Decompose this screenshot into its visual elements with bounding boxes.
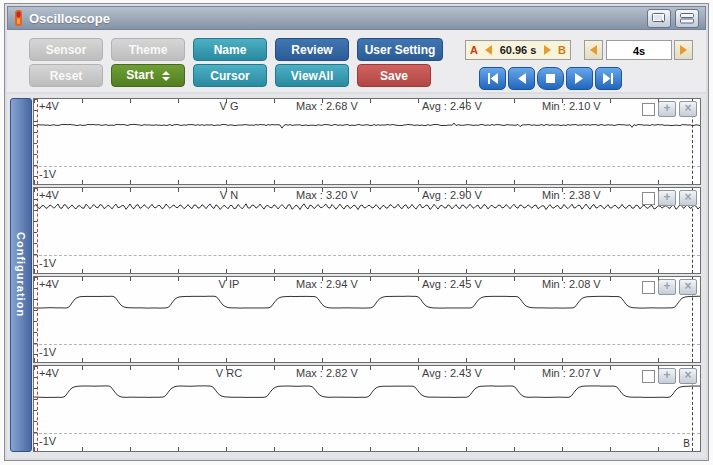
avg-value: Avg : 2.46 V (422, 100, 482, 112)
bottom-voltage-label: -1V (39, 435, 56, 447)
channel-checkbox[interactable] (642, 281, 655, 294)
channel-checkbox[interactable] (642, 192, 655, 205)
avg-value: Avg : 2.43 V (422, 367, 482, 379)
channel-panels: +4V V G Max : 2.68 V Avg : 2.46 V Min : … (33, 98, 701, 452)
close-icon[interactable]: × (679, 368, 697, 384)
bottom-voltage-label: -1V (39, 168, 56, 180)
max-value: Max : 2.68 V (296, 100, 358, 112)
plus-icon[interactable]: + (658, 368, 676, 384)
right-triangle-icon[interactable] (544, 45, 551, 55)
skip-start-icon[interactable] (479, 67, 506, 90)
zero-volt-gridline (34, 255, 700, 256)
playback-controls (479, 67, 622, 90)
top-voltage-label: +4V (39, 189, 59, 201)
screenshot-stage: Oscilloscope Sensor Theme Name Review Us… (0, 0, 713, 465)
close-icon[interactable]: × (679, 190, 697, 206)
name-button[interactable]: Name (193, 38, 267, 61)
channel-panel-vip: +4V V IP Max : 2.94 V Avg : 2.45 V Min :… (33, 276, 701, 363)
configuration-tab-label: Configuration (15, 232, 27, 317)
zero-volt-gridline (34, 166, 700, 167)
cursor-b-label: B (558, 44, 566, 56)
screen-capture-icon[interactable] (647, 9, 671, 28)
left-triangle-icon (590, 45, 597, 55)
reset-button[interactable]: Reset (29, 64, 103, 87)
left-triangle-icon[interactable] (485, 45, 492, 55)
cursor-a-label: A (470, 44, 478, 56)
min-value: Min : 2.10 V (542, 100, 601, 112)
titlebar[interactable]: Oscilloscope (7, 6, 706, 30)
cursor-b-marker-label: B (683, 438, 690, 449)
avg-value: Avg : 2.45 V (422, 278, 482, 290)
zero-volt-gridline (34, 344, 700, 345)
probe-icon (14, 10, 23, 26)
up-down-arrows-icon[interactable] (162, 71, 170, 81)
time-ticks (34, 447, 700, 451)
stop-icon[interactable] (537, 67, 564, 90)
channel-panel-vg: +4V V G Max : 2.68 V Avg : 2.46 V Min : … (33, 98, 701, 185)
close-icon[interactable]: × (679, 279, 697, 295)
top-voltage-label: +4V (39, 100, 59, 112)
avg-value: Avg : 2.90 V (422, 189, 482, 201)
bottom-voltage-label: -1V (39, 257, 56, 269)
channel-panel-vrc: +4V V RC Max : 2.82 V Avg : 2.43 V Min :… (33, 365, 701, 452)
time-ticks (34, 358, 700, 362)
sensor-button[interactable]: Sensor (29, 38, 103, 61)
channel-name: V RC (174, 367, 284, 379)
configuration-tab[interactable]: Configuration (10, 98, 32, 452)
plus-icon[interactable]: + (658, 190, 676, 206)
window-layout-icon[interactable] (675, 9, 699, 28)
ab-range-field[interactable]: A 60.96 s B (465, 40, 571, 60)
ab-range-value: 60.96 s (500, 44, 537, 56)
review-button[interactable]: Review (275, 38, 349, 61)
play-icon[interactable] (566, 67, 593, 90)
channel-name: V N (174, 189, 284, 201)
scope-area: Configuration +4V V G Max : 2.68 V Avg :… (7, 94, 706, 458)
viewall-button[interactable]: ViewAll (275, 64, 349, 87)
channel-panel-vn: +4V V N Max : 3.20 V Avg : 2.90 V Min : … (33, 187, 701, 274)
cursor-button[interactable]: Cursor (193, 64, 267, 87)
time-window-prev-button[interactable] (584, 40, 603, 60)
max-value: Max : 2.82 V (296, 367, 358, 379)
time-window-value[interactable]: 4s (606, 40, 672, 60)
save-button[interactable]: Save (357, 64, 431, 87)
channel-name: V IP (174, 278, 284, 290)
channel-checkbox[interactable] (642, 103, 655, 116)
min-value: Min : 2.07 V (542, 367, 601, 379)
window-title: Oscilloscope (29, 11, 110, 26)
right-triangle-icon (680, 45, 687, 55)
min-value: Min : 2.08 V (542, 278, 601, 290)
step-back-icon[interactable] (508, 67, 535, 90)
time-window-next-button[interactable] (674, 40, 693, 60)
max-value: Max : 3.20 V (296, 189, 358, 201)
skip-end-icon[interactable] (595, 67, 622, 90)
theme-button[interactable]: Theme (111, 38, 185, 61)
time-ticks (34, 269, 700, 273)
start-button[interactable]: Start (111, 64, 185, 87)
user-setting-button[interactable]: User Setting (357, 38, 443, 61)
plus-icon[interactable]: + (658, 279, 676, 295)
plus-icon[interactable]: + (658, 101, 676, 117)
start-label: Start (126, 64, 153, 87)
top-voltage-label: +4V (39, 367, 59, 379)
top-voltage-label: +4V (39, 278, 59, 290)
toolbar: Sensor Theme Name Review User Setting Re… (7, 30, 706, 92)
bottom-voltage-label: -1V (39, 346, 56, 358)
time-ticks (34, 180, 700, 184)
oscilloscope-window: Oscilloscope Sensor Theme Name Review Us… (4, 3, 709, 461)
channel-checkbox[interactable] (642, 370, 655, 383)
min-value: Min : 2.38 V (542, 189, 601, 201)
zero-volt-gridline (34, 433, 700, 434)
max-value: Max : 2.94 V (296, 278, 358, 290)
close-icon[interactable]: × (679, 101, 697, 117)
channel-name: V G (174, 100, 284, 112)
